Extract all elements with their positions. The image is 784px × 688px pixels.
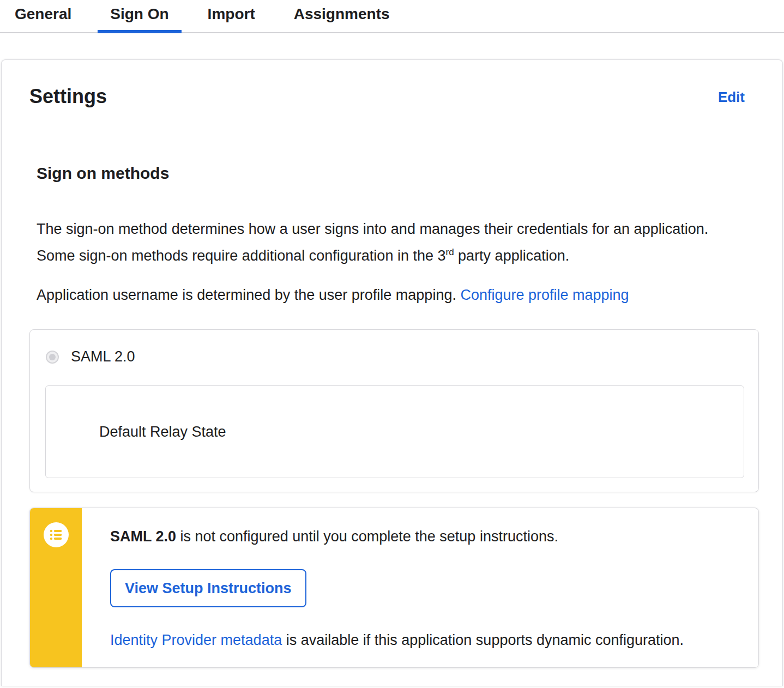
identity-provider-metadata-link[interactable]: Identity Provider metadata [110, 632, 282, 648]
view-setup-instructions-button[interactable]: View Setup Instructions [110, 569, 306, 607]
settings-card-header: Settings Edit [29, 85, 759, 108]
tab-sign-on[interactable]: Sign On [98, 0, 181, 32]
settings-card: Settings Edit Sign on methods The sign-o… [1, 59, 783, 686]
default-relay-state-label: Default Relay State [99, 424, 226, 440]
sign-on-methods-heading: Sign on methods [37, 164, 759, 183]
ordinal-superscript: rd [445, 247, 454, 257]
callout-message: SAML 2.0 is not configured until you com… [110, 527, 737, 546]
configure-profile-mapping-link[interactable]: Configure profile mapping [460, 287, 629, 303]
tab-general[interactable]: General [2, 0, 84, 32]
saml-method-box: SAML 2.0 Default Relay State [29, 329, 759, 492]
saml-setup-callout: SAML 2.0 is not configured until you com… [29, 508, 759, 668]
bulleted-list-icon [44, 522, 69, 550]
callout-footer-text: is available if this application support… [282, 632, 684, 648]
default-relay-state-box: Default Relay State [45, 385, 744, 478]
sign-on-description: The sign-on method determines how a user… [37, 216, 745, 269]
radio-dot [49, 354, 56, 360]
sign-on-description-tail: party application. [454, 248, 570, 264]
callout-message-bold: SAML 2.0 [110, 528, 176, 545]
callout-message-rest: is not configured until you complete the… [176, 528, 558, 545]
edit-link[interactable]: Edit [718, 88, 745, 106]
saml-radio-label: SAML 2.0 [71, 348, 135, 365]
callout-body: SAML 2.0 is not configured until you com… [82, 508, 758, 667]
app-tab-bar: General Sign On Import Assignments [0, 0, 784, 33]
saml-radio-button[interactable] [46, 351, 59, 364]
settings-title: Settings [29, 85, 107, 108]
username-mapping-text: Application username is determined by th… [37, 287, 460, 303]
tab-import[interactable]: Import [195, 0, 268, 32]
username-mapping-line: Application username is determined by th… [37, 282, 745, 309]
sign-on-description-text: The sign-on method determines how a user… [37, 221, 708, 264]
callout-accent-bar [30, 508, 82, 667]
callout-footer: Identity Provider metadata is available … [110, 631, 737, 649]
tab-assignments[interactable]: Assignments [281, 0, 402, 32]
saml-radio-row: SAML 2.0 [46, 348, 744, 365]
